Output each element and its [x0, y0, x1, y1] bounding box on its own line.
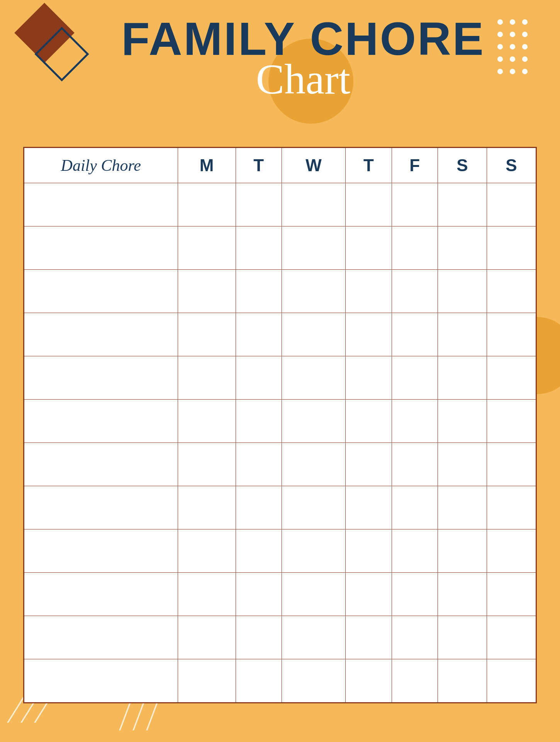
day-cell[interactable] — [346, 356, 392, 400]
chore-name-cell[interactable] — [24, 616, 178, 659]
day-cell[interactable] — [487, 443, 536, 486]
day-cell[interactable] — [178, 356, 236, 400]
chore-name-cell[interactable] — [24, 356, 178, 400]
day-cell[interactable] — [236, 313, 282, 356]
day-cell[interactable] — [438, 356, 487, 400]
day-cell[interactable] — [487, 356, 536, 400]
chore-name-cell[interactable] — [24, 313, 178, 356]
day-cell[interactable] — [438, 270, 487, 313]
day-cell[interactable] — [392, 616, 438, 659]
day-cell[interactable] — [178, 486, 236, 529]
day-cell[interactable] — [236, 443, 282, 486]
day-cell[interactable] — [392, 400, 438, 443]
day-cell[interactable] — [178, 226, 236, 270]
day-cell[interactable] — [392, 183, 438, 226]
day-cell[interactable] — [236, 529, 282, 573]
day-cell[interactable] — [236, 356, 282, 400]
day-cell[interactable] — [282, 270, 345, 313]
day-cell[interactable] — [438, 486, 487, 529]
day-cell[interactable] — [178, 573, 236, 616]
day-cell[interactable] — [236, 226, 282, 270]
day-cell[interactable] — [236, 400, 282, 443]
day-cell[interactable] — [346, 486, 392, 529]
day-cell[interactable] — [236, 183, 282, 226]
chore-name-cell[interactable] — [24, 659, 178, 703]
day-cell[interactable] — [346, 270, 392, 313]
day-cell[interactable] — [392, 270, 438, 313]
day-cell[interactable] — [282, 226, 345, 270]
day-cell[interactable] — [282, 529, 345, 573]
day-cell[interactable] — [487, 573, 536, 616]
day-cell[interactable] — [392, 573, 438, 616]
day-cell[interactable] — [346, 183, 392, 226]
day-cell[interactable] — [438, 313, 487, 356]
day-cell[interactable] — [392, 443, 438, 486]
day-cell[interactable] — [236, 616, 282, 659]
day-cell[interactable] — [487, 616, 536, 659]
day-cell[interactable] — [392, 529, 438, 573]
day-cell[interactable] — [178, 400, 236, 443]
day-cell[interactable] — [282, 659, 345, 703]
day-cell[interactable] — [392, 486, 438, 529]
day-cell[interactable] — [282, 486, 345, 529]
day-cell[interactable] — [392, 313, 438, 356]
day-cell[interactable] — [438, 400, 487, 443]
day-cell[interactable] — [487, 270, 536, 313]
day-header-mon: M — [178, 148, 236, 183]
day-cell[interactable] — [178, 313, 236, 356]
day-header-wed: W — [282, 148, 345, 183]
day-cell[interactable] — [236, 270, 282, 313]
day-cell[interactable] — [282, 443, 345, 486]
day-cell[interactable] — [487, 400, 536, 443]
chore-name-cell[interactable] — [24, 270, 178, 313]
day-cell[interactable] — [487, 183, 536, 226]
day-cell[interactable] — [236, 486, 282, 529]
day-cell[interactable] — [392, 226, 438, 270]
chore-name-cell[interactable] — [24, 226, 178, 270]
day-cell[interactable] — [282, 356, 345, 400]
day-cell[interactable] — [282, 573, 345, 616]
chore-name-cell[interactable] — [24, 529, 178, 573]
day-cell[interactable] — [346, 529, 392, 573]
day-cell[interactable] — [438, 183, 487, 226]
chore-column-header: Daily Chore — [24, 148, 178, 183]
day-cell[interactable] — [236, 659, 282, 703]
chore-name-cell[interactable] — [24, 183, 178, 226]
title-section: FAMILY CHORE Chart — [0, 15, 560, 100]
day-cell[interactable] — [438, 616, 487, 659]
day-cell[interactable] — [282, 183, 345, 226]
day-cell[interactable] — [346, 313, 392, 356]
day-cell[interactable] — [487, 226, 536, 270]
day-cell[interactable] — [282, 313, 345, 356]
day-cell[interactable] — [178, 659, 236, 703]
day-cell[interactable] — [346, 659, 392, 703]
chore-name-cell[interactable] — [24, 400, 178, 443]
day-cell[interactable] — [346, 400, 392, 443]
day-cell[interactable] — [438, 443, 487, 486]
day-cell[interactable] — [178, 183, 236, 226]
day-cell[interactable] — [346, 226, 392, 270]
day-cell[interactable] — [282, 616, 345, 659]
day-cell[interactable] — [487, 529, 536, 573]
day-cell[interactable] — [487, 486, 536, 529]
day-cell[interactable] — [178, 443, 236, 486]
day-cell[interactable] — [236, 573, 282, 616]
chore-name-cell[interactable] — [24, 486, 178, 529]
day-cell[interactable] — [438, 659, 487, 703]
day-cell[interactable] — [178, 529, 236, 573]
day-cell[interactable] — [392, 659, 438, 703]
day-cell[interactable] — [438, 573, 487, 616]
day-cell[interactable] — [346, 443, 392, 486]
day-cell[interactable] — [282, 400, 345, 443]
day-cell[interactable] — [346, 573, 392, 616]
chore-name-cell[interactable] — [24, 573, 178, 616]
day-cell[interactable] — [178, 270, 236, 313]
chore-name-cell[interactable] — [24, 443, 178, 486]
day-cell[interactable] — [392, 356, 438, 400]
day-cell[interactable] — [178, 616, 236, 659]
day-cell[interactable] — [346, 616, 392, 659]
day-cell[interactable] — [487, 659, 536, 703]
day-cell[interactable] — [438, 226, 487, 270]
day-cell[interactable] — [487, 313, 536, 356]
day-cell[interactable] — [438, 529, 487, 573]
